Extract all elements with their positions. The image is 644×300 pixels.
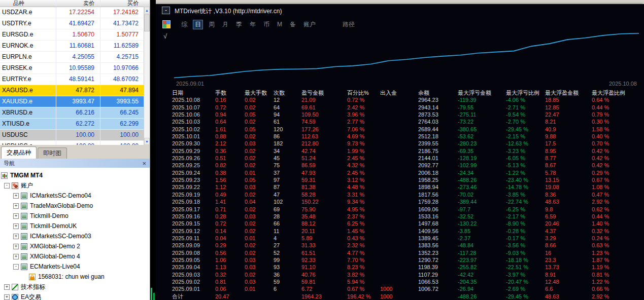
tab-symbols[interactable]: 交易品种	[1, 146, 37, 159]
accounts-icon	[12, 182, 18, 189]
menu-年[interactable]: 年	[248, 20, 258, 29]
stats-cell: 2006.18	[417, 169, 457, 176]
collapse-icon[interactable]: -	[13, 264, 19, 270]
tree-item-icmarketssc-demo04[interactable]: +ICMarketsSC-Demo04	[0, 191, 150, 201]
indicator-icon	[12, 284, 18, 290]
minimize-button[interactable]: -	[162, 7, 170, 14]
stats-cell: 34	[273, 147, 300, 155]
tree-item-trademaxglobal-demo[interactable]: +TradeMaxGlobal-Demo	[0, 201, 150, 211]
stats-cell: 2144.01	[417, 155, 457, 162]
stats-cell	[379, 140, 417, 147]
platform-icon	[21, 253, 27, 260]
stats-cell: 2399.55	[417, 140, 457, 147]
tree-item-icmarketssc-demo03[interactable]: +ICMarketsSC-Demo03	[0, 231, 150, 241]
tree-item-账户[interactable]: -账户	[0, 180, 150, 191]
stats-cell: -3.85 %	[505, 191, 544, 198]
column-header-ask[interactable]: 买价	[100, 0, 144, 7]
menu-M[interactable]: M	[275, 20, 284, 28]
tree-item-1568031-chun-wei-guan[interactable]: 1568031: chun wei guan	[0, 272, 150, 282]
expand-icon[interactable]: +	[13, 244, 19, 249]
tree-item-tickmill-demo[interactable]: +Tickmill-Demo	[0, 211, 150, 221]
market-row-XBRUSD.e[interactable]: XBRUSD.e66.21666.245	[0, 107, 150, 119]
stats-cell: 0.03	[244, 213, 273, 220]
tree-item-技术指标[interactable]: +技术指标	[0, 282, 150, 292]
stats-row-2025.09.18: 2025.09.181.410.04102150.229.34 %1759.28…	[171, 198, 643, 205]
tab-tick-chart[interactable]: 即时图	[38, 147, 67, 159]
scroll-down-icon[interactable]: ▼	[144, 138, 150, 145]
stats-cell: 212.80	[300, 140, 346, 147]
scrollbar-thumb[interactable]	[144, 14, 150, 31]
column-header-symbol[interactable]: 品种	[0, 0, 56, 7]
column-header-bid[interactable]: 卖价	[56, 0, 100, 7]
stats-cell: -69.35	[457, 147, 505, 155]
market-row-USDUSC[interactable]: USDUSC100.00100.00	[0, 130, 150, 141]
close-icon[interactable]: ×	[142, 160, 146, 167]
menu-日[interactable]: 日	[193, 20, 203, 29]
symbol-name: XAUUSD.e	[0, 96, 56, 107]
market-watch-scrollbar[interactable]: ▲ ▼	[144, 7, 150, 145]
tree-item-ecmarkets-live04[interactable]: -ECMarkets-Live04	[0, 261, 150, 272]
expand-icon[interactable]: +	[13, 213, 19, 219]
scroll-up-icon[interactable]: ▲	[144, 7, 150, 14]
market-row-USDTRY.e[interactable]: USDTRY.e41.6942741.73472	[0, 18, 150, 29]
stats-cell: 61.51	[300, 249, 346, 256]
stats-cell: 4.48 %	[346, 183, 379, 191]
stats-cell: 6.6	[544, 285, 591, 292]
expand-icon[interactable]: +	[4, 284, 10, 290]
symbol-name: XBRUSD.e	[0, 107, 56, 118]
stats-cell	[379, 126, 417, 133]
stats-window-titlebar[interactable]: - MTDriver统计 ,V3.10 (http://mtdriver.cn)	[156, 4, 644, 17]
stats-cell: 0.30 %	[591, 118, 636, 125]
stats-cell: 2025.09.02	[171, 278, 214, 285]
expand-icon[interactable]: +	[13, 203, 19, 209]
expand-icon[interactable]: +	[13, 234, 19, 239]
stats-cell: -117.28	[457, 249, 505, 256]
menu-月[interactable]: 月	[220, 20, 230, 29]
stats-col-header-10: 最大浮盈金额	[544, 89, 591, 96]
market-row-EURSEK.e[interactable]: EURSEK.e10.9558910.97066	[0, 63, 150, 74]
menu-周[interactable]: 周	[207, 20, 217, 29]
menu-综[interactable]: 综	[179, 20, 189, 29]
expand-icon[interactable]: +	[13, 254, 19, 259]
expand-icon[interactable]: +	[13, 223, 19, 229]
tree-item-ea交易[interactable]: +EA交易	[0, 292, 150, 300]
stats-cell: -380.65	[457, 126, 505, 133]
market-row-EURTRY.e[interactable]: EURTRY.e48.5914148.67092	[0, 74, 150, 85]
stats-cell: -97.7	[457, 206, 505, 213]
collapse-icon[interactable]: -	[4, 183, 10, 189]
market-row-XAUUSD.e[interactable]: XAUUSD.e3993.473993.55	[0, 96, 150, 107]
stats-cell: 1.23 %	[591, 249, 636, 256]
stats-cell: 109.50	[300, 111, 346, 118]
check-icon[interactable]: √	[163, 32, 167, 40]
market-row-XTIUSD.e[interactable]: XTIUSD.e62.27262.299	[0, 119, 150, 130]
stats-cell: 2025.09.09	[171, 242, 214, 249]
tree-item-tickmill-demouk[interactable]: +Tickmill-DemoUK	[0, 221, 150, 231]
stats-cell: 2689.44	[417, 126, 457, 133]
market-watch-panel: 品种 卖价 买价 USDZAR.e17.2225417.24162USDTRY.…	[0, 0, 150, 145]
indicator-grid-icon[interactable]	[162, 20, 171, 28]
stats-cell: 13.15	[544, 176, 591, 183]
tree-item-xmglobal-demo-4[interactable]: +XMGlobal-Demo 4	[0, 251, 150, 261]
market-row-USDZAR.e[interactable]: USDZAR.e17.2225417.24162	[0, 7, 150, 18]
stats-cell: -2.37	[457, 235, 505, 242]
stats-cell: 5.94 %	[346, 278, 379, 285]
expand-icon[interactable]: +	[4, 294, 10, 300]
stats-cell: -273.46	[457, 183, 505, 191]
market-row-EURSGD.e[interactable]: EURSGD.e1.506701.50777	[0, 29, 150, 41]
menu-path[interactable]: 路径	[343, 20, 355, 29]
menu-备[interactable]: 备	[288, 20, 298, 29]
expand-icon[interactable]: +	[13, 193, 19, 199]
stats-cell: 69.61	[300, 104, 346, 111]
stats-cell: 0.72 %	[346, 96, 379, 103]
menu-季[interactable]: 季	[234, 20, 244, 29]
menu-账户[interactable]: 账户	[301, 20, 318, 29]
stats-cell: 40.9	[544, 126, 591, 133]
tree-item-xmglobal-demo-2[interactable]: +XMGlobal-Demo 2	[0, 241, 150, 251]
market-row-EURNOK.e[interactable]: EURNOK.e11.6068111.62589	[0, 41, 150, 52]
market-row-EURPLN.e[interactable]: EURPLN.e4.250554.25715	[0, 52, 150, 63]
tree-item-tmgm-mt4[interactable]: TMGM MT4	[0, 170, 150, 180]
menu-币[interactable]: 币	[261, 20, 272, 29]
stats-cell: 0.01	[244, 285, 273, 292]
stats-cell: -42.42	[457, 271, 505, 278]
market-row-XAGUSD.e[interactable]: XAGUSD.e47.87247.894	[0, 85, 150, 96]
